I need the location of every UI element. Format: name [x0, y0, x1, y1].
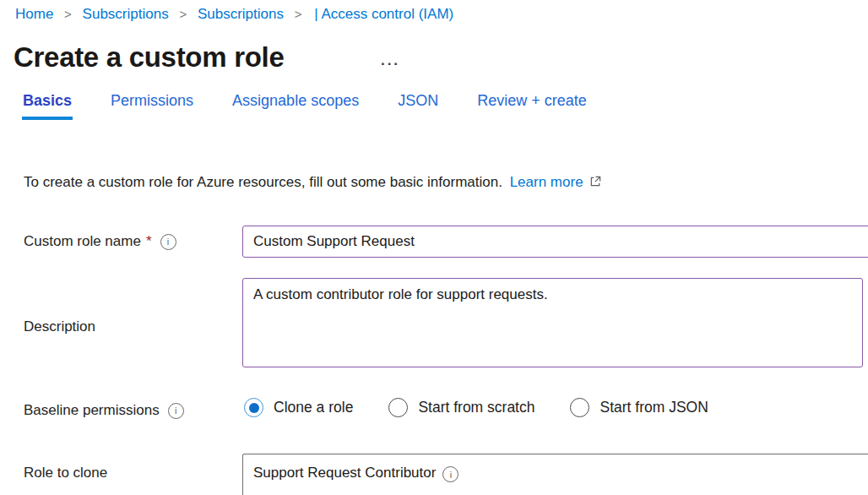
intro-paragraph: To create a custom role for Azure resour…: [24, 174, 602, 191]
tab-permissions[interactable]: Permissions: [110, 92, 194, 120]
custom-role-name-input[interactable]: [242, 226, 868, 258]
custom-role-name-label-text: Custom role name: [24, 233, 141, 250]
radio-label: Start from JSON: [599, 399, 708, 416]
external-link-icon: [589, 175, 602, 188]
breadcrumb-subscriptions-2[interactable]: Subscriptions: [198, 6, 284, 22]
tab-basics[interactable]: Basics: [22, 92, 73, 120]
tab-assignable-scopes[interactable]: Assignable scopes: [231, 92, 360, 120]
more-menu-button[interactable]: ···: [377, 54, 404, 74]
radio-start-from-scratch[interactable]: Start from scratch: [388, 398, 534, 417]
baseline-permissions-label-text: Baseline permissions: [24, 402, 160, 419]
info-icon[interactable]: [442, 466, 458, 482]
radio-clone-a-role[interactable]: Clone a role: [244, 398, 353, 417]
baseline-permissions-radio-group: Clone a role Start from scratch Start fr…: [244, 398, 708, 417]
tab-json[interactable]: JSON: [397, 92, 439, 120]
breadcrumb-current-access-control-iam: | Access control (IAM): [314, 6, 453, 22]
info-icon[interactable]: [160, 234, 176, 250]
required-asterisk: *: [146, 233, 152, 250]
radio-button-icon: [570, 398, 589, 417]
role-to-clone-value: Support Request Contributor: [253, 465, 436, 481]
radio-button-icon: [244, 398, 263, 417]
radio-label: Start from scratch: [418, 399, 534, 416]
learn-more-link[interactable]: Learn more: [510, 174, 583, 190]
description-label: Description: [24, 318, 95, 335]
radio-button-icon: [388, 398, 408, 417]
role-to-clone-label: Role to clone: [24, 465, 107, 481]
custom-role-name-label: Custom role name *: [24, 233, 176, 250]
breadcrumb-separator: >: [64, 7, 72, 21]
radio-dot: [249, 403, 259, 413]
breadcrumb-subscriptions[interactable]: Subscriptions: [83, 6, 169, 22]
create-custom-role-page: Home > Subscriptions > Subscriptions > |…: [0, 0, 868, 495]
tab-review-create[interactable]: Review + create: [476, 92, 588, 120]
intro-text: To create a custom role for Azure resour…: [24, 174, 502, 190]
info-icon[interactable]: [168, 403, 184, 419]
page-title: Create a custom role: [14, 41, 284, 73]
radio-start-from-json[interactable]: Start from JSON: [570, 398, 708, 417]
breadcrumb-home[interactable]: Home: [15, 6, 53, 22]
radio-label: Clone a role: [274, 399, 353, 416]
description-textarea[interactable]: A custom contributor role for support re…: [242, 278, 863, 367]
breadcrumb-separator: >: [295, 7, 302, 21]
tab-bar: Basics Permissions Assignable scopes JSO…: [22, 92, 588, 120]
breadcrumb-separator: >: [179, 7, 187, 21]
role-to-clone-dropdown[interactable]: Support Request Contributor: [242, 454, 868, 495]
breadcrumb: Home > Subscriptions > Subscriptions > |…: [15, 6, 453, 23]
baseline-permissions-label: Baseline permissions: [24, 402, 184, 419]
